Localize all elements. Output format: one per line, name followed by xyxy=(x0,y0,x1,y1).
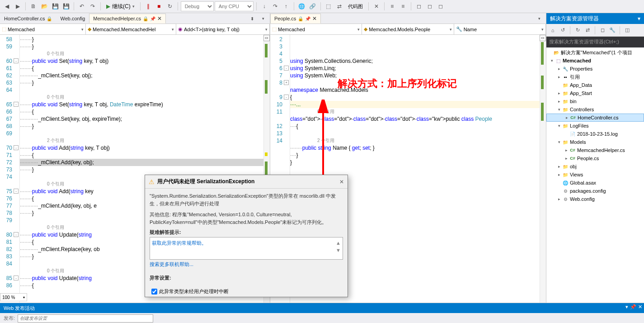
toggle-icon[interactable]: ✕ xyxy=(371,1,381,11)
stop-icon[interactable]: ∥ xyxy=(143,1,153,11)
close-icon[interactable]: ✕ xyxy=(312,15,317,22)
tree-item[interactable]: ▸📁Views xyxy=(546,171,644,179)
open-icon[interactable]: 📂 xyxy=(39,1,49,11)
tree-item[interactable]: ▾⬚Memcached xyxy=(546,57,644,65)
nav-project-dropdown[interactable]: ⬚Memcached xyxy=(0,24,86,34)
properties-icon[interactable]: 🔧 xyxy=(608,26,617,35)
dropdown-icon[interactable]: ▾ xyxy=(625,304,628,310)
dialog-body: "System.Runtime.Serialization.Serializat… xyxy=(145,189,348,286)
tree-item[interactable]: 📁App_Data xyxy=(546,81,644,89)
break-checkbox[interactable]: 此异常类型未经用户处理时中断 xyxy=(151,288,341,295)
solution-tree[interactable]: 📂解决方案"Memcached"(1 个项目 ▾⬚Memcached▸🔧Prop… xyxy=(546,48,644,303)
back-icon[interactable]: ◀ xyxy=(2,1,12,11)
platform-dropdown[interactable]: Any CPU xyxy=(215,1,254,11)
tree-item[interactable]: ▸C#MemcachedHelper.cs xyxy=(546,146,644,154)
publish-input[interactable] xyxy=(18,314,153,323)
tree-item[interactable]: ▸▪▪引用 xyxy=(546,73,644,81)
tree-item[interactable]: 🌐Global.asax xyxy=(546,179,644,187)
nav-member-dropdown[interactable]: 🔧Name xyxy=(454,24,546,34)
undo-icon[interactable]: ↶ xyxy=(77,1,87,11)
fold-icon[interactable]: - xyxy=(284,95,289,100)
exception-dialog: ⚠ 用户代码未处理 SerializationException ✕ "Syst… xyxy=(145,175,348,297)
config-dropdown[interactable]: Debug xyxy=(181,1,214,11)
help-link[interactable]: 获取此异常的常规帮助。 xyxy=(152,240,207,246)
nav-class-dropdown[interactable]: ◆Memcached.Models.People xyxy=(362,24,454,34)
pin-icon[interactable]: 📌 xyxy=(150,16,155,21)
tree-item[interactable]: ▸📁obj xyxy=(546,162,644,171)
tree-item[interactable]: ▸C#People.cs xyxy=(546,154,644,162)
save-all-icon[interactable]: 💾 xyxy=(61,1,71,11)
view-icon[interactable]: ◫ xyxy=(623,26,632,35)
stop-debug-icon[interactable]: ■ xyxy=(154,1,164,11)
tree-item[interactable]: ▸C#HomeController.cs xyxy=(546,114,644,122)
forward-icon[interactable]: ▶ xyxy=(13,1,23,11)
home-icon[interactable]: ⌂ xyxy=(548,26,557,35)
nav-member-dropdown[interactable]: ◉Add<T>(string key, T obj) xyxy=(176,24,270,34)
step-out-icon[interactable]: ↑ xyxy=(281,1,291,11)
zoom-level[interactable]: 100 %▾ xyxy=(0,293,27,301)
pin-icon[interactable]: 📌 xyxy=(630,304,636,310)
pin-icon[interactable]: 📌 xyxy=(305,16,310,21)
dialog-title: 用户代码未处理 SerializationException xyxy=(157,178,337,185)
fold-icon[interactable]: - xyxy=(14,145,19,150)
tab-Web.config[interactable]: Web.config xyxy=(56,14,89,24)
break-checkbox-input[interactable] xyxy=(151,289,157,294)
tree-item[interactable]: ▸📁App_Start xyxy=(546,89,644,97)
tree-item[interactable]: 📄2018-10-23-15.log xyxy=(546,130,644,138)
uncomment-icon[interactable]: ◻ xyxy=(436,1,446,11)
search-link[interactable]: 搜索更多联机帮助... xyxy=(150,261,193,267)
browser-icon[interactable]: 🌐 xyxy=(297,1,307,11)
split-icon[interactable]: ▭ xyxy=(540,35,546,41)
fold-icon[interactable]: - xyxy=(14,232,19,237)
refresh-icon[interactable]: ↻ xyxy=(573,26,582,35)
fold-icon[interactable]: - xyxy=(14,276,19,280)
tab-overflow-icon[interactable]: ⬍ xyxy=(247,14,257,24)
close-icon[interactable]: ✕ xyxy=(157,15,162,22)
codemap-label[interactable]: 代码图 xyxy=(345,3,366,10)
step-into-icon[interactable]: ↓ xyxy=(259,1,269,11)
solution-search[interactable]: 搜索解决方案资源管理器(Ctrl+;) xyxy=(546,37,644,48)
close-icon[interactable]: ✕ xyxy=(638,304,642,310)
save-icon[interactable]: 💾 xyxy=(50,1,60,11)
comment-icon[interactable]: ◻ xyxy=(425,1,435,11)
tree-item[interactable]: ▸🔧Properties xyxy=(546,65,644,73)
close-icon[interactable]: ✕ xyxy=(339,179,344,185)
graph-icon[interactable]: ⬚ xyxy=(324,1,334,11)
fold-icon[interactable]: - xyxy=(14,102,19,107)
dialog-header: ⚠ 用户代码未处理 SerializationException ✕ xyxy=(145,175,348,189)
tips-heading: 疑难解答提示: xyxy=(150,228,343,236)
outdent-icon[interactable]: ≡ xyxy=(398,1,408,11)
indent-icon[interactable]: ≡ xyxy=(387,1,397,11)
tab-dropdown-icon[interactable]: ▾ xyxy=(258,14,268,24)
restart-icon[interactable]: ↻ xyxy=(165,1,175,11)
right-navbar: ⬚Memcached ◆Memcached.Models.People 🔧Nam… xyxy=(270,24,546,35)
bookmark-icon[interactable]: ◻ xyxy=(414,1,424,11)
nav-project-dropdown[interactable]: ⬚Memcached xyxy=(270,24,362,34)
tree-item[interactable]: ▸⚙Web.config xyxy=(546,195,644,203)
hierarchy-icon[interactable]: ⇄ xyxy=(334,1,344,11)
tab-dropdown-icon[interactable]: ▾ xyxy=(534,14,544,24)
redo-icon[interactable]: ↷ xyxy=(88,1,98,11)
sync-icon[interactable]: ⇄ xyxy=(583,26,592,35)
tree-item[interactable]: ▾📁Controllers xyxy=(546,105,644,114)
fold-icon[interactable]: + xyxy=(284,80,289,85)
tree-item[interactable]: ⚙packages.config xyxy=(546,187,644,195)
tab-People.cs[interactable]: People.cs 🔒 📌 ✕ xyxy=(270,14,321,24)
new-icon[interactable]: 🗎 xyxy=(28,1,38,11)
step-over-icon[interactable]: ↷ xyxy=(270,1,280,11)
fold-icon[interactable]: - xyxy=(284,66,289,71)
continue-button[interactable]: ▶ 继续(C) ▾ xyxy=(103,1,137,11)
fold-icon[interactable]: - xyxy=(14,189,19,194)
nav-class-dropdown[interactable]: ◆Memcached.MemcachedHel xyxy=(86,24,176,34)
tree-item[interactable]: ▸📁bin xyxy=(546,97,644,105)
link-icon[interactable]: 🔗 xyxy=(308,1,318,11)
show-icon[interactable]: ◻ xyxy=(598,26,607,35)
split-icon[interactable]: ▭ xyxy=(263,35,270,41)
fold-icon[interactable]: - xyxy=(14,58,19,63)
tab-MemcachedHelper.cs[interactable]: MemcachedHelper.cs 🔒 📌 ✕ xyxy=(89,14,166,24)
tree-item[interactable]: ▾📁Models xyxy=(546,138,644,146)
tree-item[interactable]: ▾📁LogFiles xyxy=(546,122,644,130)
solution-root[interactable]: 📂解决方案"Memcached"(1 个项目 xyxy=(546,48,644,57)
tab-HomeController.cs[interactable]: HomeController.cs 🔒 xyxy=(0,14,56,24)
collapse-icon[interactable]: ↺ xyxy=(558,26,567,35)
